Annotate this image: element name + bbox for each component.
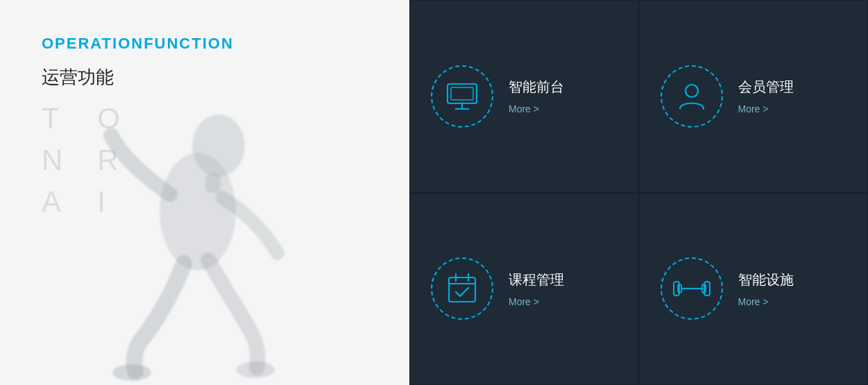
cell-text-smart-front: 智能前台 More > xyxy=(509,78,564,114)
icon-circle-monitor xyxy=(431,65,493,128)
icon-circle-dumbbell xyxy=(661,257,723,320)
cell-more-smart-front[interactable]: More > xyxy=(509,103,564,114)
cell-title-course-mgmt: 课程管理 xyxy=(509,271,564,289)
svg-point-9 xyxy=(686,85,698,97)
cell-more-member-mgmt[interactable]: More > xyxy=(738,103,794,114)
cell-text-member-mgmt: 会员管理 More > xyxy=(738,78,794,114)
svg-rect-10 xyxy=(449,277,475,302)
grid-cell-member-mgmt[interactable]: 会员管理 More > xyxy=(639,0,869,193)
svg-rect-8 xyxy=(451,87,473,100)
svg-rect-4 xyxy=(205,173,221,193)
cell-title-member-mgmt: 会员管理 xyxy=(738,78,794,96)
grid-cell-smart-facility[interactable]: 智能设施 More > xyxy=(639,193,869,386)
cell-text-smart-facility: 智能设施 More > xyxy=(738,271,794,307)
deco-letter-T: T xyxy=(42,104,62,133)
page-wrapper: OPERATIONFUNCTION 运营功能 T N A O R I xyxy=(0,0,868,385)
right-panel: 智能前台 More > 会员管理 More > xyxy=(409,0,868,385)
svg-point-2 xyxy=(112,364,151,381)
icon-circle-calendar xyxy=(431,257,493,320)
left-panel: OPERATIONFUNCTION 运营功能 T N A O R I xyxy=(0,0,409,385)
svg-rect-5 xyxy=(448,84,477,103)
runner-image xyxy=(69,73,326,385)
cell-title-smart-front: 智能前台 xyxy=(509,78,564,96)
svg-point-3 xyxy=(236,361,275,378)
cell-title-smart-facility: 智能设施 xyxy=(738,271,794,289)
cell-text-course-mgmt: 课程管理 More > xyxy=(509,271,564,307)
icon-circle-person xyxy=(661,65,723,128)
deco-letter-N: N xyxy=(42,146,62,175)
cell-more-course-mgmt[interactable]: More > xyxy=(509,296,564,307)
svg-point-1 xyxy=(192,114,245,177)
cell-more-smart-facility[interactable]: More > xyxy=(738,296,794,307)
grid-cell-smart-front[interactable]: 智能前台 More > xyxy=(409,0,639,193)
deco-letter-A: A xyxy=(42,187,62,216)
grid-cell-course-mgmt[interactable]: 课程管理 More > xyxy=(409,193,639,386)
title-en: OPERATIONFUNCTION xyxy=(42,35,409,53)
deco-col-1: T N A xyxy=(42,104,62,216)
